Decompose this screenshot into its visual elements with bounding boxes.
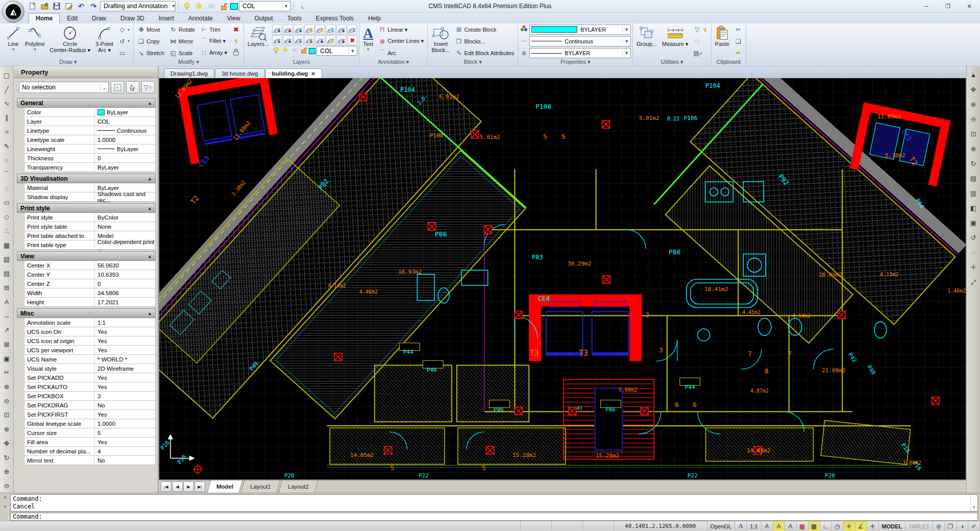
create-block-button[interactable]: ⊞Create Block xyxy=(453,24,516,35)
group-button[interactable]: Group... xyxy=(634,24,659,59)
layer-tool-icon[interactable] xyxy=(272,25,282,35)
panel-caption-annotation[interactable]: Annotation ▾ xyxy=(361,59,426,66)
property-value[interactable]: No xyxy=(95,402,155,408)
ribbon-layer-selector[interactable]: COL ▼ xyxy=(316,46,357,56)
rotate-button[interactable]: ↻Rotate xyxy=(167,24,197,35)
layer-tool-icon[interactable] xyxy=(326,35,336,45)
workspace-selector[interactable]: Drafting and Annotation ▼ xyxy=(100,1,176,11)
property-row[interactable]: Width34.5806 xyxy=(24,288,156,298)
layer-tool-icon[interactable] xyxy=(304,25,314,35)
property-row[interactable]: UCS icon at originYes xyxy=(24,336,156,346)
property-row[interactable]: LineweightByLayer xyxy=(24,144,156,154)
property-row[interactable]: Set PICKAUTOYes xyxy=(24,382,156,392)
layer-tool-icon[interactable] xyxy=(336,35,347,45)
property-palette-title[interactable]: Property xyxy=(14,66,158,78)
property-row[interactable]: Shadow displayShadows cast and rec... xyxy=(24,192,156,202)
region-tool-icon[interactable]: ▤ xyxy=(1,267,13,280)
zoom-out-view-icon[interactable]: ⊖ xyxy=(967,112,979,126)
new-file-icon[interactable] xyxy=(27,1,38,12)
property-value[interactable]: Yes xyxy=(95,347,155,353)
point-style-button[interactable]: ∷ xyxy=(691,36,709,47)
property-section-header[interactable]: 3D Visualisation▲ xyxy=(17,174,156,183)
fullscreen-icon[interactable]: ⤢ xyxy=(967,275,979,289)
property-value[interactable]: 1.0000 xyxy=(95,421,155,427)
iso-view-icon[interactable]: ◧ xyxy=(967,201,979,215)
property-value[interactable]: Shadows cast and rec... xyxy=(95,191,155,203)
tablet-button[interactable]: TABLET xyxy=(905,521,933,531)
scroll-up-icon[interactable]: ▲ xyxy=(967,68,979,82)
command-history[interactable]: ∨ Command:Cancel xyxy=(10,494,978,512)
hatch-tool-icon[interactable]: ▦ xyxy=(1,238,13,252)
property-value[interactable]: Yes xyxy=(95,412,155,418)
property-row[interactable]: LinetypeContinuous xyxy=(24,126,156,135)
center-lines-button[interactable]: ⊕Center Lines ▾ xyxy=(376,36,426,47)
layout-tab-layout2[interactable]: Layout2 xyxy=(279,480,318,493)
property-value[interactable]: ByLayer xyxy=(95,164,155,171)
ellipse-tool-icon[interactable]: ◌ xyxy=(1,182,13,196)
magnifier-minus-icon[interactable]: ⊖ xyxy=(1,479,13,493)
property-value[interactable]: COL xyxy=(95,118,155,125)
annotation-scale-button[interactable]: 1:1 xyxy=(747,521,761,531)
property-section-header[interactable]: View▲ xyxy=(17,251,156,261)
polyline-tool-icon[interactable]: ∿ xyxy=(1,96,13,110)
etrack-icon[interactable]: ∠ xyxy=(855,521,867,531)
expand-history-icon[interactable]: ▼ xyxy=(3,504,7,509)
auto-annotation-icon[interactable]: A xyxy=(773,521,785,531)
redraw-icon[interactable]: ◌ xyxy=(967,246,979,259)
window-cascade-icon[interactable]: ❐ xyxy=(945,521,957,531)
ribbon-tab-draw-3d[interactable]: Draw 3D xyxy=(113,13,152,23)
property-row[interactable]: TransparencyByLayer xyxy=(24,163,156,172)
multiline-tool-icon[interactable]: ∥ xyxy=(1,111,13,125)
magnifier-plus-icon[interactable]: ⊕ xyxy=(1,465,13,479)
line-button[interactable]: Line▾ xyxy=(5,24,22,59)
application-menu-button[interactable]: ◭ xyxy=(2,1,24,23)
steering-icon[interactable]: ✛ xyxy=(967,260,979,274)
property-value[interactable]: Yes xyxy=(95,338,155,344)
layer-selector[interactable]: COL ▼ xyxy=(239,1,291,11)
property-value[interactable]: Yes xyxy=(95,439,155,445)
property-row[interactable]: UCS Name* WORLD * xyxy=(24,355,156,364)
settings-gear-icon[interactable]: ⊛ xyxy=(933,521,945,531)
model-space-button[interactable]: MODEL xyxy=(879,521,906,531)
zoom-extents-view-icon[interactable]: ⊗ xyxy=(967,142,979,156)
redo-icon[interactable]: ↷ xyxy=(88,1,99,12)
property-value[interactable]: 34.5806 xyxy=(95,290,155,296)
layout-nav-button[interactable]: ▶ xyxy=(183,481,194,492)
property-row[interactable]: Set PICKADDYes xyxy=(24,373,156,382)
document-tab-3d-house.dwg[interactable]: 3d house.dwg xyxy=(215,68,265,78)
property-value[interactable]: 3 xyxy=(95,393,155,399)
panel-caption-modify[interactable]: Modify ▾ xyxy=(135,59,242,66)
rectangle-button[interactable]: ▭ xyxy=(116,47,132,59)
ribbon-tab-draw[interactable]: Draw xyxy=(85,13,113,23)
layout-nav-button[interactable]: |◀ xyxy=(161,481,172,492)
point-tool-icon[interactable]: ∴ xyxy=(1,224,13,238)
property-row[interactable]: Number of decimal pla...4 xyxy=(24,447,156,456)
property-row[interactable]: Center X56.0630 xyxy=(24,261,156,270)
property-value[interactable]: * WORLD * xyxy=(95,356,155,363)
table-tool-icon[interactable]: ⊞ xyxy=(1,281,13,295)
polar-icon[interactable]: ◷ xyxy=(832,521,844,531)
property-value[interactable]: Yes xyxy=(95,329,155,335)
zoom-window-tool-icon[interactable]: ⊡ xyxy=(1,408,13,422)
select-objects-icon[interactable] xyxy=(126,81,139,93)
text-button[interactable]: A Text▾ xyxy=(361,24,375,59)
ribbon-tab-insert[interactable]: Insert xyxy=(152,13,181,23)
explode-button[interactable]: ↯ xyxy=(230,36,242,47)
polyline-button[interactable]: Polyline▾ xyxy=(23,24,47,59)
layer-thaw-sun-icon[interactable] xyxy=(281,47,289,55)
line-tool-icon[interactable]: ╱ xyxy=(1,83,13,96)
lock-position-button[interactable] xyxy=(230,47,242,59)
lwt-icon[interactable]: ✛ xyxy=(867,521,879,531)
property-row[interactable]: Center Y10.6393 xyxy=(24,270,156,279)
scale-button[interactable]: ◱Scale xyxy=(167,47,197,59)
palette-grip[interactable] xyxy=(15,68,18,76)
ribbon-tab-express-tools[interactable]: Express Tools xyxy=(309,13,361,23)
property-row[interactable]: Linetype scale1.0000 xyxy=(24,135,156,144)
document-tab-building.dwg[interactable]: building.dwg✕ xyxy=(265,68,322,78)
pan-view-icon[interactable]: ✥ xyxy=(967,83,979,96)
coordinate-readout[interactable]: 40.1401,2.1265,0.0000 xyxy=(614,521,707,531)
ribbon-tab-annotate[interactable]: Annotate xyxy=(181,13,220,23)
linear-button[interactable]: ⊓Linear ▾ xyxy=(376,24,426,35)
annotation-refresh-icon[interactable]: A xyxy=(785,521,797,531)
quick-view-icon[interactable]: ◑ xyxy=(957,521,968,531)
